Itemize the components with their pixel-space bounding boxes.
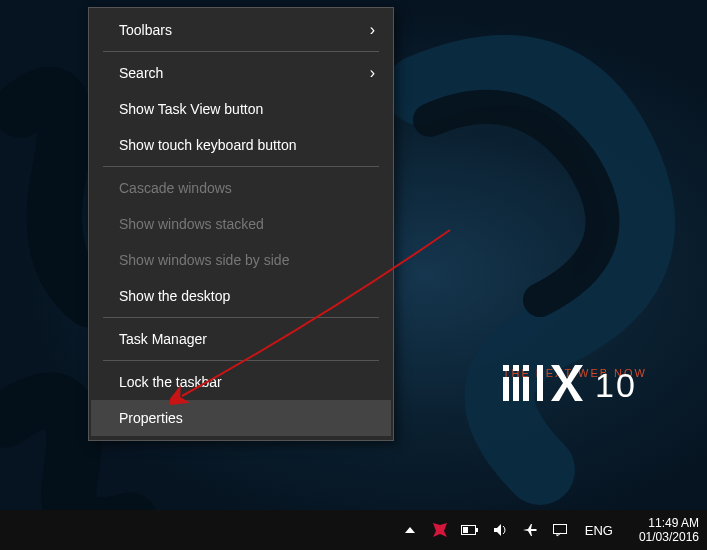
menu-label: Show windows side by side: [119, 252, 289, 268]
menu-separator: [103, 51, 379, 52]
menu-lock-taskbar[interactable]: Lock the taskbar: [91, 364, 391, 400]
menu-label: Show the desktop: [119, 288, 230, 304]
menu-show-desktop[interactable]: Show the desktop: [91, 278, 391, 314]
menu-separator: [103, 317, 379, 318]
system-tray: ENG 11:49 AM 01/03/2016: [401, 516, 699, 545]
menu-label: Lock the taskbar: [119, 374, 222, 390]
menu-label: Show windows stacked: [119, 216, 264, 232]
svg-rect-11: [553, 525, 566, 534]
menu-label: Show Task View button: [119, 101, 263, 117]
menu-touch-keyboard[interactable]: Show touch keyboard button: [91, 127, 391, 163]
svg-text:10: 10: [595, 366, 637, 401]
menu-windows-side-by-side: Show windows side by side: [91, 242, 391, 278]
action-center-icon[interactable]: [551, 521, 569, 539]
wallpaper-logo: 10 THE NEXT WEB NOW: [503, 365, 647, 379]
menu-label: Task Manager: [119, 331, 207, 347]
menu-task-manager[interactable]: Task Manager: [91, 321, 391, 357]
svg-rect-2: [513, 365, 519, 371]
svg-rect-1: [503, 377, 509, 401]
menu-label: Show touch keyboard button: [119, 137, 296, 153]
taskbar[interactable]: ENG 11:49 AM 01/03/2016: [0, 510, 707, 550]
tray-overflow-icon[interactable]: [401, 521, 419, 539]
menu-label: Cascade windows: [119, 180, 232, 196]
svg-rect-6: [537, 365, 543, 401]
clock-date: 01/03/2016: [639, 530, 699, 544]
svg-rect-10: [463, 527, 468, 533]
menu-windows-stacked: Show windows stacked: [91, 206, 391, 242]
svg-rect-9: [476, 528, 478, 532]
kaspersky-icon[interactable]: [431, 521, 449, 539]
battery-icon[interactable]: [461, 521, 479, 539]
menu-search[interactable]: Search ›: [91, 55, 391, 91]
language-indicator[interactable]: ENG: [581, 523, 617, 538]
menu-label: Toolbars: [119, 22, 172, 38]
menu-separator: [103, 166, 379, 167]
airplane-mode-icon[interactable]: [521, 521, 539, 539]
menu-task-view[interactable]: Show Task View button: [91, 91, 391, 127]
svg-rect-5: [523, 377, 529, 401]
menu-label: Search: [119, 65, 163, 81]
volume-icon[interactable]: [491, 521, 509, 539]
svg-rect-4: [523, 365, 529, 371]
clock-time: 11:49 AM: [639, 516, 699, 530]
menu-properties[interactable]: Properties: [91, 400, 391, 436]
chevron-right-icon: ›: [370, 65, 375, 81]
clock[interactable]: 11:49 AM 01/03/2016: [639, 516, 699, 545]
svg-rect-0: [503, 365, 509, 371]
taskbar-context-menu: Toolbars › Search › Show Task View butto…: [88, 7, 394, 441]
menu-label: Properties: [119, 410, 183, 426]
menu-separator: [103, 360, 379, 361]
svg-rect-3: [513, 377, 519, 401]
menu-cascade-windows: Cascade windows: [91, 170, 391, 206]
menu-toolbars[interactable]: Toolbars ›: [91, 12, 391, 48]
chevron-right-icon: ›: [370, 22, 375, 38]
